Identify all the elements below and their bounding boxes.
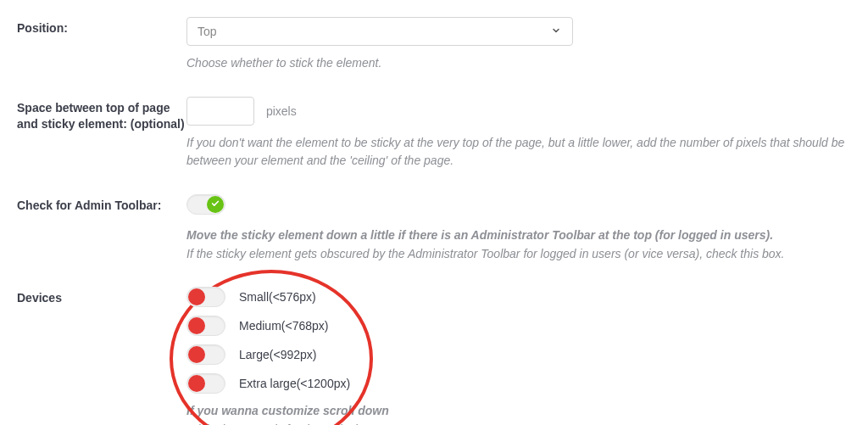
row-admin-toolbar: Check for Admin Toolbar: Move the sticky… xyxy=(17,194,851,263)
position-select-wrapper: Top xyxy=(186,17,573,46)
row-devices: Devices Small(<576px) Medium(<768px) Lar… xyxy=(17,287,851,425)
device-option-medium: Medium(<768px) xyxy=(186,316,851,336)
space-help: If you don't want the element to be stic… xyxy=(186,134,851,171)
device-toggle-xlarge[interactable] xyxy=(186,373,225,394)
device-label-medium: Medium(<768px) xyxy=(239,319,328,333)
device-label-large: Large(<992px) xyxy=(239,348,316,361)
device-option-small: Small(<576px) xyxy=(186,287,851,307)
label-admin-toolbar: Check for Admin Toolbar: xyxy=(17,194,186,215)
admin-toolbar-help: If the sticky element gets obscured by t… xyxy=(186,245,851,264)
devices-help: Stick element only for these devices xyxy=(186,421,851,425)
device-option-large: Large(<992px) xyxy=(186,344,851,365)
row-space: Space between top of page and sticky ele… xyxy=(17,97,851,171)
content-devices: Small(<576px) Medium(<768px) Large(<992p… xyxy=(186,287,851,425)
check-icon xyxy=(211,199,220,210)
content-space: pixels If you don't want the element to … xyxy=(186,97,851,171)
content-admin-toolbar: Move the sticky element down a little if… xyxy=(186,194,851,263)
device-toggle-small[interactable] xyxy=(186,287,225,307)
admin-toolbar-help-bold: Move the sticky element down a little if… xyxy=(186,226,851,245)
device-label-small: Small(<576px) xyxy=(239,290,316,304)
row-position: Position: Top Choose whether to stick th… xyxy=(17,17,851,73)
toggle-knob xyxy=(207,196,224,213)
space-input[interactable] xyxy=(186,97,254,126)
position-help: Choose whether to stick the element. xyxy=(186,54,851,73)
device-toggle-medium[interactable] xyxy=(186,316,225,336)
device-option-xlarge: Extra large(<1200px) xyxy=(186,373,851,394)
device-label-xlarge: Extra large(<1200px) xyxy=(239,377,350,390)
content-position: Top Choose whether to stick the element. xyxy=(186,17,851,73)
admin-toolbar-toggle[interactable] xyxy=(186,194,225,215)
label-devices: Devices xyxy=(17,287,186,307)
label-space: Space between top of page and sticky ele… xyxy=(17,97,186,133)
position-select[interactable]: Top xyxy=(186,17,573,46)
label-position: Position: xyxy=(17,17,186,37)
devices-help-bold: If you wanna customize scroll down xyxy=(186,402,851,421)
device-toggle-large[interactable] xyxy=(186,344,225,365)
space-unit: pixels xyxy=(266,104,297,118)
